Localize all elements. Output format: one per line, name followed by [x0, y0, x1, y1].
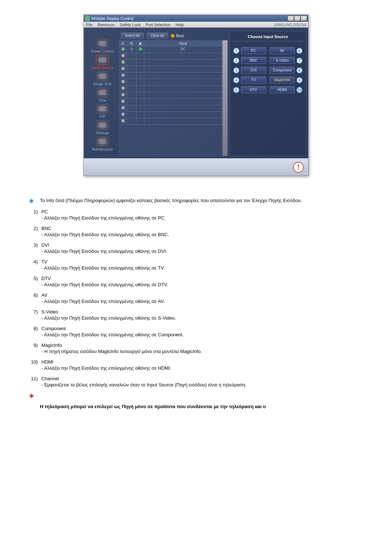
row-checkbox[interactable]: [121, 112, 125, 116]
row-checkbox[interactable]: [121, 67, 125, 70]
number-badge: 4: [233, 77, 240, 83]
minimize-button[interactable]: _: [287, 16, 294, 21]
table-row[interactable]: [119, 86, 222, 92]
table-row[interactable]: [119, 66, 222, 73]
table-row[interactable]: [119, 73, 222, 79]
table-row[interactable]: [119, 99, 222, 105]
source-component-button[interactable]: Component: [270, 67, 295, 74]
table-row[interactable]: [119, 53, 222, 59]
grid-toolbar: Select All Clear All Busy: [119, 31, 228, 40]
sidebar-item-label: Power Control: [91, 49, 114, 53]
sidebar-item-image-size[interactable]: Image Size: [93, 71, 111, 86]
list-item-title: HDMI: [41, 359, 363, 365]
scrollbar[interactable]: [222, 40, 228, 156]
row-checkbox[interactable]: [121, 54, 125, 57]
app-body: Power ControlInput SourceImage SizeTimeP…: [84, 28, 308, 158]
table-row[interactable]: 0PC: [119, 46, 222, 53]
source-s-video-button[interactable]: S-Video: [270, 57, 295, 64]
clear-all-button[interactable]: Clear All: [147, 33, 168, 39]
table-row[interactable]: [119, 79, 222, 86]
sidebar-item-power-control[interactable]: Power Control: [91, 38, 114, 53]
sidebar-item-maintenance[interactable]: Maintenance: [92, 136, 113, 151]
list-item: 5)DTV- Αλλάζει την Πηγή Εισόδου της επιλ…: [29, 276, 363, 291]
row-checkbox[interactable]: [121, 119, 125, 123]
menu-file[interactable]: File: [86, 22, 93, 27]
row-input: [144, 53, 222, 59]
row-checkbox[interactable]: [121, 106, 125, 110]
list-item-desc: - Αλλάζει την Πηγή Εισόδου της επιλεγμέν…: [41, 365, 363, 371]
list-item-desc: - Αλλάζει την Πηγή Εισόδου της επιλεγμέν…: [41, 299, 363, 304]
grid-panel: Select All Clear All Busy ☑ ID ◉ Input: [119, 31, 228, 156]
window-controls: _ □ ×: [287, 16, 307, 21]
source-button-grid: 1PCAV62BNCS-Video73DVIComponent84TVMagic…: [233, 47, 303, 93]
table-row[interactable]: [119, 92, 222, 99]
sidebar: Power ControlInput SourceImage SizeTimeP…: [86, 31, 119, 156]
maximize-button[interactable]: □: [294, 16, 301, 21]
list-item-title: BNC: [41, 226, 363, 231]
list-number: 5): [29, 276, 38, 291]
number-badge: 10: [296, 87, 303, 93]
source-dvi-button[interactable]: DVI: [241, 67, 266, 74]
busy-icon: [171, 34, 175, 38]
col-input[interactable]: Input: [144, 41, 222, 46]
list-item: 11)Channel- Εμφανίζεται το βέλος επιλογή…: [29, 376, 363, 391]
row-id: [127, 79, 136, 86]
warning-icon: !: [293, 162, 304, 173]
explanation-section: ✱ Το Info Grid (Πλέγμα Πληροφοριών) εμφα…: [29, 198, 363, 409]
titlebar: Multiple Display Control _ □ ×: [84, 15, 308, 22]
row-checkbox[interactable]: [121, 60, 125, 64]
row-checkbox[interactable]: [121, 93, 125, 97]
menu-port-selection[interactable]: Port Selection: [146, 22, 170, 27]
sidebar-item-label: Maintenance: [92, 147, 113, 151]
table-row[interactable]: [119, 112, 222, 118]
list-item-desc: - Αλλάζει την Πηγή Εισόδου της επιλεγμέν…: [41, 249, 363, 254]
sidebar-item-pip[interactable]: PIP: [96, 104, 109, 119]
list-number: 9): [29, 342, 38, 358]
number-badge: 8: [296, 67, 303, 74]
table-row[interactable]: [119, 59, 222, 66]
col-checkbox[interactable]: ☑: [119, 41, 127, 46]
source-tv-button[interactable]: TV: [241, 77, 266, 83]
row-id: [127, 66, 136, 73]
source-hdmi-button[interactable]: HDMI: [270, 86, 295, 93]
close-button[interactable]: ×: [301, 16, 307, 21]
sidebar-item-label: Settings: [96, 131, 109, 135]
row-checkbox[interactable]: [121, 73, 125, 77]
source-pc-button[interactable]: PC: [241, 47, 266, 54]
source-bnc-button[interactable]: BNC: [241, 57, 266, 64]
col-status[interactable]: ◉: [136, 41, 144, 46]
number-badge: 9: [296, 77, 303, 83]
table-row[interactable]: [119, 118, 222, 125]
row-checkbox[interactable]: [121, 47, 125, 51]
list-item-desc: - Αλλάζει την Πηγή Εισόδου της επιλεγμέν…: [41, 332, 363, 337]
menubar: File Remocon Safety Lock Port Selection …: [84, 22, 308, 28]
star-icon: ✱: [29, 198, 36, 205]
source-dtv-button[interactable]: DTV: [241, 86, 266, 93]
list-item-title: TV: [41, 259, 363, 264]
source-magicinfo-button[interactable]: MagicInfo: [270, 77, 295, 83]
row-input: [144, 99, 222, 105]
menu-help[interactable]: Help: [176, 22, 184, 27]
row-checkbox[interactable]: [121, 86, 125, 90]
list-item: 7)S-Video- Αλλάζει την Πηγή Εισόδου της …: [29, 309, 363, 324]
source-av-button[interactable]: AV: [270, 47, 295, 54]
menu-safety-lock[interactable]: Safety Lock: [120, 22, 140, 27]
number-badge: 6: [296, 48, 303, 54]
row-input: [144, 59, 222, 66]
select-all-button[interactable]: Select All: [121, 33, 144, 39]
row-input: [144, 73, 222, 79]
pip-icon: [96, 104, 109, 114]
list-item-desc: - Αλλάζει την Πηγή Εισόδου της επιλεγμέν…: [41, 232, 363, 237]
col-id[interactable]: ID: [127, 41, 136, 46]
settings-icon: [96, 120, 109, 130]
sidebar-item-settings[interactable]: Settings: [96, 120, 109, 135]
sidebar-item-input-source[interactable]: Input Source: [91, 55, 113, 70]
menu-remocon[interactable]: Remocon: [98, 22, 115, 27]
table-row[interactable]: [119, 105, 222, 112]
list-item: 3)DVI- Αλλάζει την Πηγή Εισόδου της επιλ…: [29, 242, 363, 258]
row-checkbox[interactable]: [121, 80, 125, 83]
sidebar-item-time[interactable]: Time: [96, 87, 109, 102]
row-checkbox[interactable]: [121, 99, 125, 103]
time-icon: [96, 87, 109, 98]
row-input: [144, 92, 222, 99]
